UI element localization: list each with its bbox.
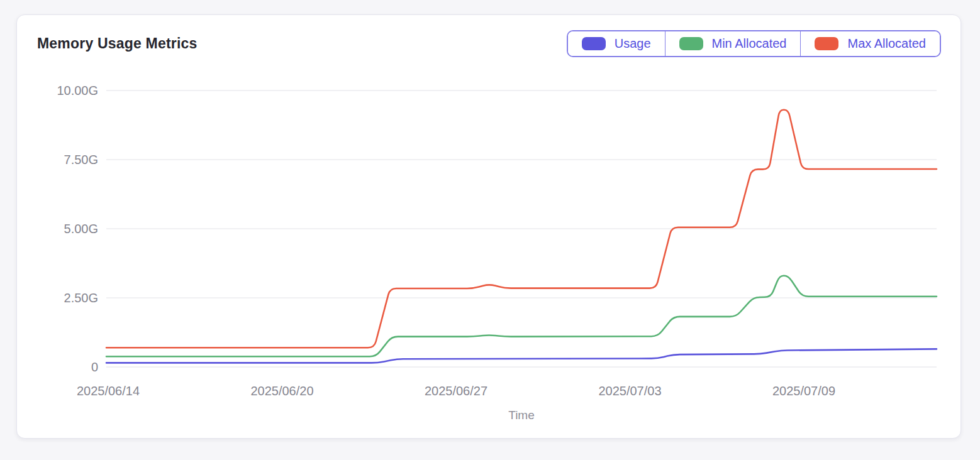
y-tick-label: 7.50G bbox=[64, 153, 98, 167]
x-tick-label: 2025/06/27 bbox=[425, 384, 487, 398]
memory-metrics-card: Memory Usage Metrics UsageMin AllocatedM… bbox=[16, 14, 961, 439]
y-tick-label: 5.00G bbox=[64, 222, 98, 236]
y-tick-label: 10.00G bbox=[57, 84, 98, 97]
memory-usage-chart[interactable]: 02.50G5.00G7.50G10.00G2025/06/142025/06/… bbox=[17, 15, 961, 438]
x-tick-label: 2025/06/14 bbox=[77, 384, 140, 398]
x-tick-label: 2025/07/09 bbox=[772, 384, 835, 398]
y-tick-label: 2.50G bbox=[64, 291, 98, 305]
y-tick-label: 0 bbox=[91, 360, 98, 374]
x-tick-label: 2025/07/03 bbox=[598, 384, 661, 398]
x-axis-title: Time bbox=[106, 408, 937, 422]
x-tick-label: 2025/06/20 bbox=[250, 384, 313, 398]
